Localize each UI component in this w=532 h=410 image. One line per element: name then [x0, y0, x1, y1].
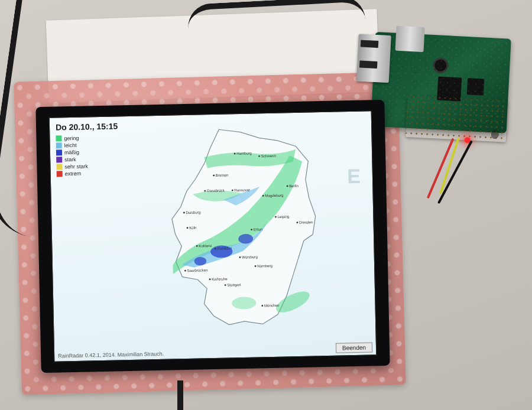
legend: gering leicht mäßig stark sehr stark	[56, 135, 88, 178]
legend-item: leicht	[56, 142, 88, 148]
legend-swatch	[57, 171, 63, 177]
city-label: Hannover	[234, 188, 250, 193]
app-screen: Do 20.10., 15:15 gering leicht mäßig sta…	[49, 110, 377, 362]
status-bar-text: RainRadar 0.42.1, 2014. Maximilian Strau…	[58, 351, 164, 359]
legend-swatch	[56, 164, 62, 170]
city-label: München	[264, 303, 280, 308]
germany-map-svg: HamburgSchwerinBremenHannoverOsnabrückMa…	[109, 118, 364, 343]
legend-label: extrem	[65, 171, 82, 177]
legend-item: sehr stark	[56, 163, 88, 170]
city-label: Nürnberg	[257, 263, 273, 268]
city-label: Duisburg	[186, 210, 200, 214]
city-label: Saarbrücken	[187, 268, 208, 272]
city-label: Würzburg	[242, 255, 258, 259]
legend-swatch	[56, 149, 62, 155]
jumper-wires	[419, 135, 506, 222]
city-label: Köln	[189, 225, 197, 229]
city-label: Dresden	[299, 220, 313, 224]
audio-jack	[433, 57, 449, 73]
legend-label: mäßig	[64, 149, 79, 156]
prototype-board	[406, 96, 508, 142]
legend-label: sehr stark	[64, 163, 88, 170]
legend-swatch	[56, 135, 61, 141]
city-label: Leipzig	[278, 214, 290, 219]
usb-ports	[356, 34, 391, 83]
city-label: Magdeburg	[265, 193, 284, 198]
legend-swatch	[56, 142, 62, 148]
rain-radar-map[interactable]: HamburgSchwerinBremenHannoverOsnabrückMa…	[109, 118, 364, 343]
legend-item: extrem	[57, 170, 89, 177]
chip	[467, 78, 484, 95]
legend-item: mäßig	[56, 149, 88, 155]
city-label: Frankfurt	[217, 246, 232, 250]
legend-label: gering	[64, 135, 79, 142]
legend-item: stark	[56, 156, 88, 162]
city-label: Osnabrück	[207, 188, 225, 193]
city-label: Hamburg	[236, 151, 252, 155]
cable	[177, 380, 183, 410]
legend-label: stark	[64, 157, 76, 162]
cable	[187, 0, 368, 93]
city-label: Bremen	[216, 173, 229, 177]
legend-swatch	[56, 157, 62, 162]
ethernet-port	[395, 26, 425, 52]
city-label: Koblenz	[199, 243, 212, 248]
display-device: Do 20.10., 15:15 gering leicht mäßig sta…	[35, 100, 390, 373]
city-label: Karlsruhe	[212, 276, 228, 281]
city-label: Erfurt	[254, 227, 263, 231]
raspberry-pi-board	[363, 14, 524, 169]
quit-button[interactable]: Beenden	[336, 342, 372, 353]
city-label: Berlin	[289, 184, 299, 188]
legend-item: gering	[56, 135, 87, 141]
legend-label: leicht	[64, 142, 77, 148]
city-label: Schwerin	[261, 154, 277, 158]
desk-surface: Do 20.10., 15:15 gering leicht mäßig sta…	[0, 0, 532, 410]
city-label: Stuttgart	[227, 282, 241, 287]
